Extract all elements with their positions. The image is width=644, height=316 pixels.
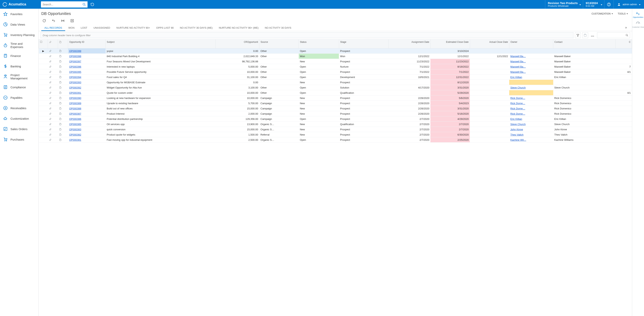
nav-item-finance[interactable]: Finance [0,50,38,61]
nav-item-inventory-planning[interactable]: Inventory Planning [0,30,38,40]
cell-opportunity-id[interactable]: OP000390 [68,95,106,101]
nav-item-compliance[interactable]: Compliance [0,82,38,92]
col-header[interactable]: Status [299,39,339,48]
col-header[interactable]: Subject [106,39,215,48]
business-date[interactable]: 9/13/2024 6:02 AM [583,0,604,9]
table-row[interactable]: OP000383 quick conversion 15,000.00 Orga… [39,127,632,132]
filter-more-icon[interactable]: … [590,33,596,37]
col-attachment[interactable] [48,39,58,48]
col-header[interactable]: CROpportunit [215,39,259,48]
export-excel-button[interactable] [70,18,74,23]
attachment-icon[interactable] [48,48,58,54]
cell-owner[interactable]: Maxwell Ba… [509,64,553,69]
cell-opportunity-id[interactable]: OP000392 [68,85,106,90]
notes-icon[interactable] [58,90,68,95]
tab-all-records[interactable]: ALL RECORDS [41,24,65,31]
cell-owner[interactable]: Theo Valich [509,132,553,137]
rail-item-customer-view[interactable]: Customer View [632,21,644,28]
nav-item-time-and-expenses[interactable]: Time and Expenses [0,40,38,50]
cell-opportunity-id[interactable]: OP000389 [68,101,106,106]
tab-won[interactable]: WON [65,24,78,31]
cell-owner[interactable]: Steve Church [509,85,553,90]
cell-owner[interactable]: Maxwell Ba… [509,59,553,64]
search-input[interactable] [42,3,82,6]
notes-icon[interactable] [58,80,68,85]
cell-owner[interactable]: Rick Dome… [509,95,553,101]
col-header[interactable]: Opportunity ID [68,39,106,48]
filter-drop-zone[interactable]: Drag column header here to configure fil… [40,32,574,38]
cell-owner[interactable]: Kachine Wil… [509,137,553,143]
attachment-icon[interactable] [48,69,58,75]
search-icon[interactable] [82,3,86,6]
table-row[interactable]: OP000386 Potential distribution partners… [39,116,632,122]
attachment-icon[interactable] [48,64,58,69]
notes-icon[interactable] [58,54,68,59]
user-menu[interactable]: admin admin [614,0,644,9]
brand-logo[interactable]: Acumatica [0,0,38,9]
notes-icon[interactable] [58,127,68,132]
attachment-icon[interactable] [48,85,58,90]
cell-opportunity-id[interactable]: OP000399 [68,48,106,54]
notes-icon[interactable] [58,64,68,69]
notes-icon[interactable] [58,137,68,143]
attachment-icon[interactable] [48,122,58,127]
table-row[interactable]: OP000392 Widget Opportunity for Alta Ace… [39,85,632,90]
refresh-button[interactable] [42,18,46,23]
org-selector[interactable]: Revision Two Products Products Wholesale [545,0,583,9]
cell-opportunity-id[interactable]: OP000387 [68,111,106,116]
table-row[interactable]: OP000390 Looking at new hardware for exp… [39,95,632,101]
notes-icon[interactable] [58,95,68,101]
tabs-overflow[interactable] [623,26,629,29]
nav-item-sales-orders[interactable]: Sales Orders [0,124,38,134]
attachment-icon[interactable] [48,132,58,137]
nav-item-purchases[interactable]: Purchases [0,134,38,145]
col-header[interactable]: Estimated Close Date [430,39,470,48]
cell-opportunity-id[interactable]: OP000386 [68,116,106,122]
notes-icon[interactable] [58,59,68,64]
attachment-icon[interactable] [48,59,58,64]
table-row[interactable]: OP000398 840 Industrial Park Building 4 … [39,54,632,59]
table-row[interactable]: OP000381 Fast moving opp for industrial … [39,137,632,143]
cell-owner[interactable] [509,80,553,85]
filter-icon[interactable] [575,32,581,38]
notes-icon[interactable] [58,106,68,111]
attachment-icon[interactable] [48,80,58,85]
nav-item-favorites[interactable]: Favorites [0,9,38,19]
attachment-icon[interactable] [48,116,58,122]
tab-nurture-no-activity-90-[interactable]: NURTURE NO ACTIVITY 90+ [113,24,153,31]
notes-icon[interactable] [58,132,68,137]
cell-opportunity-id[interactable]: OP000396 [68,64,106,69]
cell-opportunity-id[interactable]: OP000394 [68,75,106,80]
cell-owner[interactable] [509,90,553,95]
nav-item-receivables[interactable]: Receivables [0,103,38,113]
fit-columns-button[interactable] [61,18,65,23]
tools-menu[interactable]: TOOLS ▼ [618,12,628,15]
attachment-icon[interactable] [48,106,58,111]
cell-opportunity-id[interactable]: OP000382 [68,132,106,137]
notes-icon[interactable] [58,116,68,122]
nav-item-payables[interactable]: Payables [0,92,38,103]
table-row[interactable]: OP000397 Four Seasons Mixed Use Developm… [39,59,632,64]
notes-icon[interactable] [58,48,68,54]
col-header[interactable]: Actual Close Date [470,39,509,48]
cell-owner[interactable] [509,48,553,54]
nav-item-data-views[interactable]: Data Views [0,19,38,30]
customization-menu[interactable]: CUSTOMIZATION ▼ [592,12,613,15]
attachment-icon[interactable] [48,54,58,59]
table-row[interactable]: OP000387 Product Interest 2,000.00 Campa… [39,111,632,116]
notes-icon[interactable] [58,111,68,116]
attachment-icon[interactable] [48,95,58,101]
undo-button[interactable] [52,18,56,23]
tab-opps-last-90[interactable]: OPPS LAST 90 [153,24,177,31]
notes-icon[interactable] [58,122,68,127]
attachment-icon[interactable] [48,75,58,80]
cell-opportunity-id[interactable]: OP000395 [68,69,106,75]
col-header[interactable]: Stage [339,39,388,48]
tab-nurture-no-activity-90-me-[interactable]: NURTURE NO ACTIVITY 90+ (ME) [216,24,262,31]
col-header[interactable]: Owner [509,39,553,48]
tab-lost[interactable]: LOST [78,24,90,31]
rail-item-opportunities[interactable]: ¥$Opportunities [633,11,644,18]
col-header[interactable]: C [616,39,632,48]
notes-icon[interactable] [58,75,68,80]
attachment-icon[interactable] [48,127,58,132]
